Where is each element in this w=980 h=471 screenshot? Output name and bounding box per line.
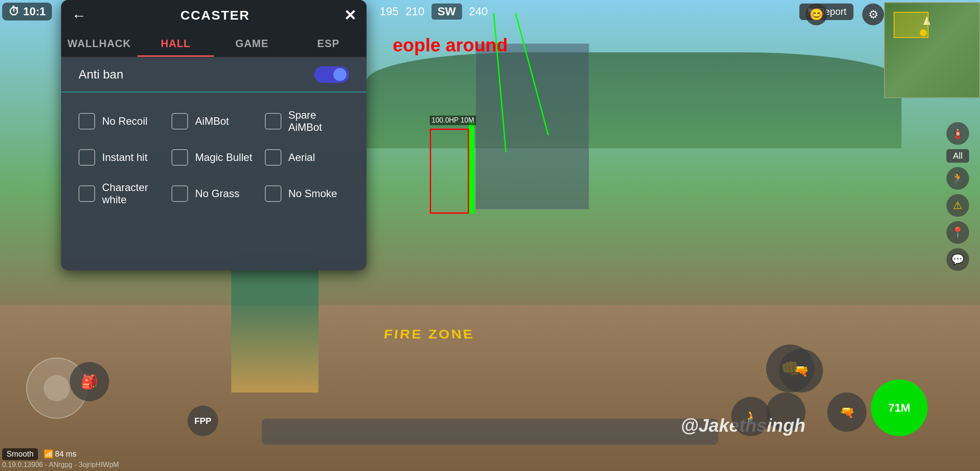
checkbox-instant-hit[interactable] (79, 149, 95, 166)
action-green-circle[interactable]: 71M (871, 379, 928, 436)
run-button[interactable]: 🏃 (946, 167, 969, 190)
right-side-controls: 🧯 All 🏃 ⚠ 📍 💬 (946, 122, 969, 271)
fpp-button[interactable]: FPP (188, 406, 218, 436)
shoot-button[interactable]: 🔫 (827, 392, 867, 432)
count-mid: 210 (405, 5, 424, 18)
tab-wallhack[interactable]: WALLHACK (61, 31, 137, 57)
tab-esp-label: ESP (317, 38, 339, 49)
modal-header: ← CCASTER ✕ (61, 0, 367, 31)
option-aimbot[interactable]: AiMBot (167, 101, 260, 141)
count-right: 240 (469, 5, 488, 18)
player-character (231, 253, 319, 392)
checkbox-character-white[interactable] (79, 185, 95, 202)
joystick-inner (44, 375, 70, 401)
toggle-thumb (333, 68, 346, 81)
timer-display: ⏱ 10:1 (2, 3, 52, 20)
option-spare-aimbot-label: Spare AiMBot (288, 109, 349, 133)
tab-esp[interactable]: ESP (290, 31, 367, 57)
ground (0, 305, 980, 471)
sw-badge: SW (432, 3, 462, 20)
scene-building (476, 44, 589, 209)
version-text: 0.19.0.13906 - ANrgpg - 3ojripHIWpM (2, 461, 119, 469)
option-magic-bullet[interactable]: Magic Bullet (167, 141, 260, 174)
option-aerial[interactable]: Aerial (260, 141, 353, 174)
checkbox-magic-bullet[interactable] (171, 149, 188, 166)
timer-icon: ⏱ (8, 5, 20, 18)
minimap-content (885, 3, 979, 97)
option-no-smoke[interactable]: No Smoke (260, 174, 353, 214)
modal-title: CCASTER (180, 8, 250, 23)
modal-overlay: ← CCASTER ✕ WALLHACK HALL GAME ESP Anti … (61, 0, 367, 270)
warning-button[interactable]: ⚠ (946, 194, 969, 217)
enemy-label: 100.0HP 10M (430, 116, 476, 125)
chat-input-bar[interactable] (262, 419, 718, 445)
player-counts: 195 210 SW 240 (380, 3, 488, 20)
chat-button[interactable]: 💬 (946, 248, 969, 271)
timer-value: 10:1 (23, 5, 46, 18)
checkbox-aimbot[interactable] (171, 113, 188, 130)
option-spare-aimbot[interactable]: Spare AiMBot (260, 101, 353, 141)
checkbox-aerial[interactable] (265, 149, 281, 166)
option-no-recoil[interactable]: No Recoil (74, 101, 167, 141)
modal-back-button[interactable]: ← (72, 7, 86, 24)
anti-ban-row: Anti ban (61, 58, 367, 92)
count-left: 195 (380, 5, 398, 18)
fire-zone-text: FIRE ZONE (383, 327, 475, 342)
option-aerial-label: Aerial (288, 151, 315, 164)
checkbox-no-recoil[interactable] (79, 113, 95, 130)
signal-icon: 📶 (44, 450, 53, 458)
option-instant-hit-label: Instant hit (102, 151, 147, 164)
option-instant-hit[interactable]: Instant hit (74, 141, 167, 174)
option-no-recoil-label: No Recoil (102, 115, 147, 127)
option-magic-bullet-label: Magic Bullet (195, 151, 252, 164)
option-character-white[interactable]: Character white (74, 174, 167, 214)
minimap (884, 2, 980, 98)
tab-game[interactable]: GAME (214, 31, 290, 57)
tab-wallhack-label: WALLHACK (68, 38, 131, 49)
minimap-safe-zone (894, 12, 929, 38)
anti-ban-label: Anti ban (79, 68, 123, 82)
option-aimbot-label: AiMBot (195, 115, 229, 127)
extinguisher-button[interactable]: 🧯 (946, 122, 969, 145)
inventory-button[interactable]: 🎒 (70, 362, 109, 401)
option-no-grass[interactable]: No Grass (167, 174, 260, 214)
anti-ban-toggle[interactable] (314, 66, 349, 83)
tab-hall-label: HALL (161, 38, 191, 49)
enemy-hp-bar (469, 122, 474, 214)
bottom-status: Smooth 📶 84 ms 0.19.0.13906 - ANrgpg - 3… (2, 448, 119, 469)
avatar-icon[interactable]: 😊 (805, 3, 827, 25)
shoot-btn-2[interactable]: 🔫 (779, 349, 823, 392)
checkbox-no-grass[interactable] (171, 185, 188, 202)
checkbox-spare-aimbot[interactable] (265, 113, 281, 130)
crouch-button[interactable]: 🧎 (731, 397, 771, 436)
modal-tabs: WALLHACK HALL GAME ESP (61, 31, 367, 58)
tab-game-label: GAME (236, 38, 269, 49)
all-button[interactable]: All (946, 149, 969, 163)
enemy-bounding-box (430, 129, 469, 214)
settings-button[interactable]: ⚙ (862, 3, 884, 25)
option-character-white-label: Character white (102, 181, 163, 206)
ping-value: 84 ms (55, 450, 76, 458)
option-no-grass-label: No Grass (195, 188, 239, 200)
checkbox-no-smoke[interactable] (265, 185, 281, 202)
tab-hall[interactable]: HALL (137, 31, 214, 57)
modal-close-button[interactable]: ✕ (344, 7, 356, 24)
smooth-badge: Smooth (2, 448, 38, 460)
location-button[interactable]: 📍 (946, 221, 969, 244)
option-no-smoke-label: No Smoke (288, 188, 337, 200)
people-around-text: eople around (393, 35, 508, 56)
options-grid: No Recoil AiMBot Spare AiMBot Instant hi… (61, 92, 367, 222)
